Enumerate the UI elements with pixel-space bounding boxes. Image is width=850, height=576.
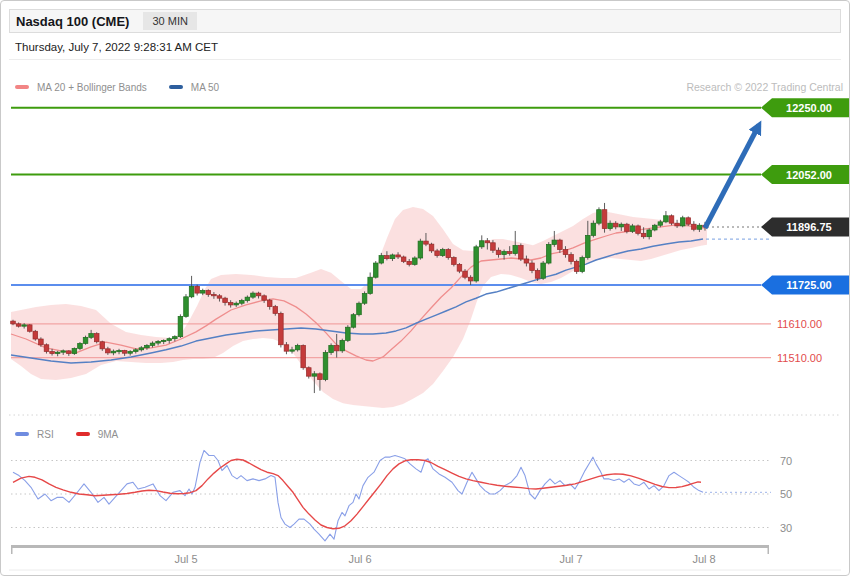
candle-down [100, 342, 105, 349]
price-labels: 12250.0012052.0011896.7511725.0011610.00… [761, 98, 849, 363]
candle-down [457, 264, 462, 271]
candle-down [267, 300, 272, 306]
candle-down [212, 294, 217, 295]
candle-down [519, 245, 524, 259]
candle-down [429, 244, 434, 251]
candle-down [284, 345, 289, 351]
candle-down [524, 259, 529, 263]
candle-down [256, 293, 261, 296]
candle-up [413, 258, 418, 264]
x-tick-Jul 6: Jul 6 [348, 553, 371, 565]
x-tick-Jul 5: Jul 5 [174, 553, 197, 565]
rsi-tick-70: 70 [780, 455, 792, 467]
candle-down [463, 271, 468, 277]
candle-down [407, 261, 412, 264]
candle-up [418, 241, 423, 258]
candle-down [569, 255, 574, 262]
candle-up [251, 293, 256, 297]
candle-down [228, 303, 233, 305]
candle-down [334, 345, 339, 350]
svg-text:11896.75: 11896.75 [786, 221, 831, 233]
candle-down [558, 240, 563, 249]
candle-down [641, 233, 646, 236]
candle-up [161, 340, 166, 341]
time-axis: Jul 5Jul 6Jul 7Jul 8 [11, 545, 769, 565]
candle-up [133, 350, 138, 352]
candle-up [22, 325, 27, 326]
candle-up [245, 297, 250, 300]
candle-up [680, 218, 685, 226]
candle-up [173, 337, 178, 339]
candle-down [396, 255, 401, 257]
candle-up [502, 252, 507, 255]
candle-down [223, 298, 228, 302]
chart-canvas: 12250.0012052.0011896.7511725.0011610.00… [1, 1, 849, 575]
candle-down [106, 349, 111, 353]
candle-down [535, 270, 540, 278]
candle-up [340, 340, 345, 350]
candle-down [301, 345, 306, 367]
candle-down [44, 345, 49, 352]
candle-down [27, 325, 32, 331]
candle-up [78, 343, 83, 348]
candle-up [373, 263, 378, 277]
candle-up [167, 339, 172, 341]
candle-up [111, 351, 116, 353]
candle-up [234, 303, 239, 305]
candle-down [11, 321, 16, 324]
candle-up [178, 316, 183, 336]
candle-down [491, 243, 496, 250]
rsi-tick-30: 30 [780, 522, 792, 534]
candle-up [357, 303, 362, 314]
candle-up [312, 374, 317, 376]
candle-up [72, 348, 77, 353]
candle-up [652, 225, 657, 230]
candle-up [513, 245, 518, 253]
trading-central-chart-widget: Nasdaq 100 (CME) 30 MIN Thursday, July 7… [0, 0, 850, 576]
candle-up [474, 247, 479, 281]
candle-down [452, 258, 457, 265]
candle-down [636, 226, 641, 233]
candle-down [485, 241, 490, 243]
candle-down [262, 296, 267, 300]
candle-down [669, 216, 674, 223]
candle-down [279, 313, 284, 344]
x-tick-Jul 7: Jul 7 [559, 553, 582, 565]
candle-up [608, 223, 613, 228]
candle-down [50, 352, 55, 354]
candle-up [139, 348, 144, 350]
candle-up [329, 345, 334, 352]
candle-down [446, 250, 451, 258]
candle-down [613, 223, 618, 227]
candle-up [591, 223, 596, 235]
candle-up [664, 216, 669, 222]
rsi-series-9MA [13, 459, 701, 529]
candle-up [184, 297, 189, 317]
candle-up [541, 263, 546, 278]
candle-up [580, 258, 585, 272]
candle-up [647, 230, 652, 237]
candle-down [206, 290, 211, 294]
candle-down [435, 251, 440, 256]
svg-text:11725.00: 11725.00 [786, 279, 831, 291]
candle-down [574, 261, 579, 271]
candle-up [479, 241, 484, 247]
candle-up [89, 334, 94, 338]
bullish-arrow [705, 125, 759, 228]
candle-up [61, 351, 66, 352]
candle-up [156, 341, 161, 343]
candle-up [295, 345, 300, 349]
candle-up [697, 225, 702, 229]
candle-down [67, 351, 72, 354]
candle-up [440, 250, 445, 256]
candle-up [658, 222, 663, 225]
x-tick-Jul 8: Jul 8 [692, 553, 715, 565]
candle-up [586, 235, 591, 257]
candle-down [692, 224, 697, 229]
candle-up [323, 353, 328, 380]
candle-up [189, 286, 194, 296]
candle-down [195, 286, 200, 293]
candle-up [597, 210, 602, 224]
candle-down [217, 296, 222, 298]
candle-down [507, 252, 512, 254]
